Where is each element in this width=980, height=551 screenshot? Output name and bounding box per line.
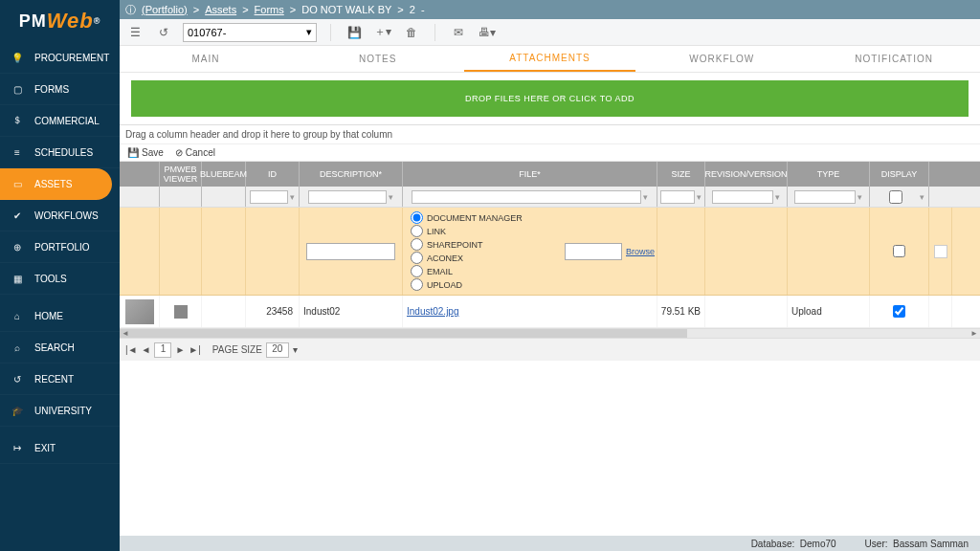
delete-icon[interactable]: 🗑 [402, 26, 421, 39]
info-icon[interactable]: ⓘ [125, 3, 136, 17]
save-icon[interactable]: 💾 [345, 26, 364, 39]
pager-next-icon[interactable]: ► [175, 344, 185, 355]
col-size[interactable]: SIZE [657, 162, 705, 187]
statusbar: Database: Demo70 User: Bassam Samman [120, 536, 980, 551]
pmweb-viewer-icon[interactable] [174, 305, 188, 319]
edit-desc-input[interactable] [306, 243, 395, 260]
sidebar-item-search[interactable]: ⌕SEARCH [0, 332, 120, 364]
radio-email[interactable]: EMAIL [411, 265, 561, 277]
filter-row: ▾ ▾ ▾ ▾ ▾ ▾ ▾ [120, 187, 980, 208]
grad-icon: 🎓 [10, 403, 25, 418]
table-row[interactable]: 23458 Indust02 Indust02.jpg 79.51 KB Upl… [120, 296, 980, 328]
tab-workflow[interactable]: WORKFLOW [635, 46, 808, 72]
pager-last-icon[interactable]: ►| [189, 344, 201, 355]
thumbnail [125, 299, 154, 324]
tab-attachments[interactable]: ATTACHMENTS [464, 46, 636, 72]
breadcrumb-forms[interactable]: Forms [255, 4, 284, 15]
tab-main[interactable]: MAIN [120, 46, 292, 72]
doc-icon: ▢ [10, 81, 25, 97]
grid-toolbar: 💾 Save ⊘ Cancel [120, 144, 980, 162]
col-bluebeam[interactable]: BLUEBEAM [202, 162, 246, 187]
pager: |◄ ◄ 1 ► ►| PAGE SIZE 20 ▾ [120, 338, 980, 361]
filter-size[interactable] [660, 190, 695, 204]
sidebar: PMWeb® 💡PROCUREMENT▢FORMS＄COMMERCIAL≡SCH… [0, 0, 120, 551]
radio-link[interactable]: LINK [411, 225, 561, 237]
recent-icon: ↺ [10, 371, 25, 386]
sidebar-item-procurement[interactable]: 💡PROCUREMENT [0, 42, 120, 74]
print-icon[interactable]: 🖶▾ [478, 26, 497, 39]
dollar-icon: ＄ [10, 113, 25, 128]
sidebar-item-forms[interactable]: ▢FORMS [0, 74, 120, 105]
edit-row-action[interactable] [934, 245, 947, 258]
add-icon[interactable]: ＋▾ [373, 24, 392, 40]
radio-document-manager[interactable]: DOCUMENT MANAGER [411, 211, 561, 224]
row-disp-check[interactable] [893, 305, 905, 318]
sidebar-item-tools[interactable]: ▦TOOLS [0, 263, 120, 295]
h-scrollbar[interactable]: ◄► [120, 328, 980, 338]
pager-first-icon[interactable]: |◄ [125, 344, 138, 355]
grid-save-button[interactable]: 💾 Save [127, 147, 164, 158]
col-pmweb[interactable]: PMWEB VIEWER [160, 162, 202, 187]
sidebar-item-university[interactable]: 🎓UNIVERSITY [0, 395, 120, 427]
tab-notes[interactable]: NOTES [292, 46, 464, 72]
mail-icon[interactable]: ✉ [449, 26, 468, 39]
search-icon: ⌕ [10, 340, 25, 355]
sidebar-item-workflows[interactable]: ✔WORKFLOWS [0, 200, 120, 231]
col-desc[interactable]: DESCRIPTION* [300, 162, 403, 187]
edit-row: DOCUMENT MANAGER LINK SHAREPOINT ACONEX … [120, 208, 980, 296]
breadcrumb: ⓘ (Portfolio) > Assets > Forms > DO NOT … [120, 0, 980, 19]
tab-notification[interactable]: NOTIFICATION [808, 46, 980, 72]
filter-id[interactable] [250, 190, 289, 204]
edit-file-input[interactable] [565, 243, 622, 260]
filter-rev[interactable] [712, 190, 774, 204]
globe-icon: ⊕ [10, 239, 25, 254]
list-icon[interactable]: ☰ [125, 26, 145, 39]
radio-aconex[interactable]: ACONEX [411, 252, 561, 264]
bulb-icon: 💡 [10, 50, 25, 65]
col-type[interactable]: TYPE [788, 162, 870, 187]
record-combo[interactable]: 010767-▾ [183, 23, 317, 42]
grid-cancel-button[interactable]: ⊘ Cancel [175, 147, 215, 158]
sidebar-item-home[interactable]: ⌂HOME [0, 300, 120, 332]
exit-icon: ↦ [10, 440, 25, 455]
filter-disp[interactable] [874, 190, 918, 204]
filter-type[interactable] [794, 190, 857, 204]
home-icon: ⌂ [10, 308, 25, 323]
sidebar-item-recent[interactable]: ↺RECENT [0, 364, 120, 395]
filter-desc[interactable] [308, 190, 387, 204]
pager-page[interactable]: 1 [154, 342, 171, 358]
edit-disp-check[interactable] [893, 245, 905, 257]
group-hint[interactable]: Drag a column header and drop it here to… [120, 124, 980, 144]
check-icon: ✔ [10, 208, 25, 223]
radio-upload[interactable]: UPLOAD [411, 278, 561, 291]
dropzone[interactable]: DROP FILES HERE OR CLICK TO ADD [131, 80, 969, 117]
main: ⓘ (Portfolio) > Assets > Forms > DO NOT … [120, 0, 980, 551]
col-id[interactable]: ID [246, 162, 300, 187]
col-file[interactable]: FILE* [403, 162, 657, 187]
pager-size[interactable]: 20 [266, 342, 289, 358]
history-icon[interactable]: ↺ [154, 26, 173, 39]
col-disp[interactable]: DISPLAY [870, 162, 929, 187]
sidebar-item-schedules[interactable]: ≡SCHEDULES [0, 137, 120, 168]
tablet-icon: ▭ [10, 176, 25, 191]
pager-size-dd-icon[interactable]: ▾ [293, 344, 298, 355]
sidebar-item-assets[interactable]: ▭ASSETS [0, 168, 112, 200]
col-rev[interactable]: REVISION/VERSION [705, 162, 788, 187]
breadcrumb-assets[interactable]: Assets [205, 4, 236, 15]
case-icon: ▦ [10, 271, 25, 286]
sidebar-item-commercial[interactable]: ＄COMMERCIAL [0, 105, 120, 137]
bars-icon: ≡ [10, 144, 25, 160]
grid-header: PMWEB VIEWER BLUEBEAM ID DESCRIPTION* FI… [120, 162, 980, 187]
filter-file[interactable] [412, 190, 641, 204]
radio-sharepoint[interactable]: SHAREPOINT [411, 238, 561, 251]
breadcrumb-portfolio[interactable]: (Portfolio) [142, 4, 188, 15]
sidebar-item-portfolio[interactable]: ⊕PORTFOLIO [0, 231, 120, 263]
file-link[interactable]: Indust02.jpg [407, 306, 459, 317]
toolbar: ☰ ↺ 010767-▾ 💾 ＋▾ 🗑 ✉ 🖶▾ [120, 19, 980, 46]
pager-prev-icon[interactable]: ◄ [142, 344, 151, 355]
sidebar-item-exit[interactable]: ↦EXIT [0, 432, 120, 464]
breadcrumb-title: DO NOT WALK BY [301, 4, 391, 15]
browse-link[interactable]: Browse [626, 247, 655, 256]
tabs: MAINNOTESATTACHMENTSWORKFLOWNOTIFICATION [120, 46, 980, 73]
logo: PMWeb® [0, 0, 120, 42]
